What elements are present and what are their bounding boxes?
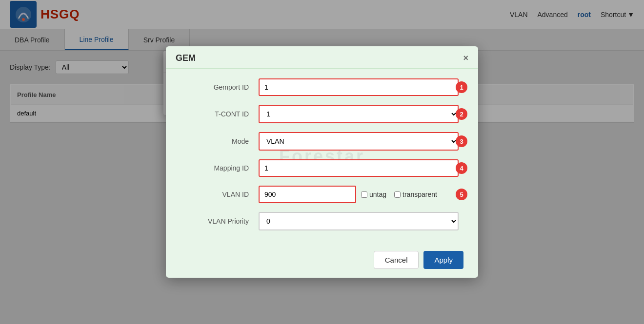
vlan-priority-select[interactable]: 0 — [259, 212, 459, 230]
vlan-priority-label: VLAN Priority — [185, 217, 249, 225]
mapping-id-row: Mapping ID 4 — [185, 159, 459, 177]
mode-select[interactable]: VLAN — [259, 132, 459, 151]
untag-checkbox[interactable] — [361, 191, 367, 198]
gem-dialog-body: Forestar Gemport ID 1 T-CONT ID 1 2 Mode… — [166, 69, 478, 244]
mapping-id-input[interactable] — [259, 159, 459, 177]
gemport-id-label: Gemport ID — [185, 83, 249, 91]
gem-dialog-title: GEM — [176, 53, 196, 63]
tcont-id-row: T-CONT ID 1 2 — [185, 105, 459, 123]
tcont-id-select[interactable]: 1 — [259, 105, 459, 123]
gem-footer: Cancel Apply — [166, 244, 478, 278]
untag-label: untag — [361, 191, 386, 198]
transparent-checkbox[interactable] — [394, 191, 401, 198]
vlan-checkbox-group: untag transparent — [361, 191, 437, 198]
gem-dialog: GEM × Forestar Gemport ID 1 T-CONT ID 1 … — [166, 46, 478, 278]
vlan-priority-row: VLAN Priority 0 — [185, 212, 459, 230]
gemport-id-row: Gemport ID 1 — [185, 78, 459, 96]
step-badge-4: 4 — [456, 162, 467, 174]
step-badge-3: 3 — [456, 135, 467, 147]
mapping-id-label: Mapping ID — [185, 164, 249, 172]
mode-row: Mode VLAN 3 — [185, 132, 459, 151]
gem-close-icon[interactable]: × — [463, 53, 468, 63]
gemport-id-input[interactable] — [259, 78, 459, 96]
transparent-label: transparent — [394, 191, 437, 198]
vlan-id-label: VLAN ID — [185, 191, 249, 198]
step-badge-5: 5 — [456, 189, 467, 200]
gem-overlay: GEM × Forestar Gemport ID 1 T-CONT ID 1 … — [0, 0, 644, 324]
step-badge-2: 2 — [456, 108, 467, 120]
step-badge-1: 1 — [456, 81, 467, 93]
gem-dialog-header: GEM × — [166, 46, 478, 69]
apply-button[interactable]: Apply — [423, 251, 463, 269]
vlan-id-input[interactable] — [259, 186, 356, 203]
tcont-id-label: T-CONT ID — [185, 110, 249, 118]
cancel-button[interactable]: Cancel — [374, 251, 419, 269]
vlan-id-row: VLAN ID 5 untag transparent — [185, 186, 459, 203]
mode-label: Mode — [185, 137, 249, 145]
